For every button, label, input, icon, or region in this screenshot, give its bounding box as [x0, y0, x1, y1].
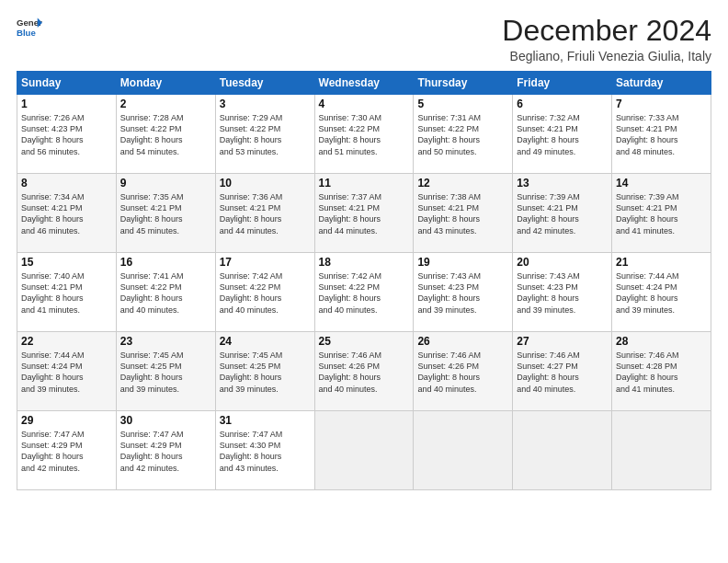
header: General Blue December 2024 Begliano, Fri…: [17, 15, 711, 63]
day-info: Sunrise: 7:40 AM Sunset: 4:21 PM Dayligh…: [21, 270, 112, 316]
table-row: 16Sunrise: 7:41 AM Sunset: 4:22 PM Dayli…: [116, 253, 215, 332]
location-subtitle: Begliano, Friuli Venezia Giulia, Italy: [502, 49, 711, 63]
day-number: 7: [616, 98, 707, 110]
day-number: 15: [21, 256, 112, 269]
day-number: 4: [319, 98, 410, 110]
day-info: Sunrise: 7:42 AM Sunset: 4:22 PM Dayligh…: [220, 270, 311, 316]
day-info: Sunrise: 7:32 AM Sunset: 4:21 PM Dayligh…: [517, 112, 608, 157]
table-row: 6Sunrise: 7:32 AM Sunset: 4:21 PM Daylig…: [513, 95, 612, 174]
table-row: 5Sunrise: 7:31 AM Sunset: 4:22 PM Daylig…: [414, 95, 513, 174]
table-row: 20Sunrise: 7:43 AM Sunset: 4:23 PM Dayli…: [513, 253, 612, 332]
day-number: 22: [21, 335, 112, 348]
day-number: 11: [319, 177, 410, 190]
day-info: Sunrise: 7:46 AM Sunset: 4:26 PM Dayligh…: [319, 350, 410, 395]
day-info: Sunrise: 7:47 AM Sunset: 4:29 PM Dayligh…: [120, 429, 211, 474]
col-sunday: Sunday: [17, 72, 117, 95]
day-info: Sunrise: 7:43 AM Sunset: 4:23 PM Dayligh…: [417, 270, 508, 316]
day-number: 16: [120, 256, 211, 269]
day-number: 30: [120, 414, 211, 427]
table-row: 1Sunrise: 7:26 AM Sunset: 4:23 PM Daylig…: [17, 95, 117, 174]
day-info: Sunrise: 7:28 AM Sunset: 4:22 PM Dayligh…: [120, 112, 211, 157]
calendar-page: General Blue December 2024 Begliano, Fri…: [0, 0, 728, 563]
table-row: 18Sunrise: 7:42 AM Sunset: 4:22 PM Dayli…: [314, 253, 414, 332]
day-number: 17: [220, 256, 311, 269]
day-number: 29: [21, 414, 112, 427]
logo: General Blue: [17, 15, 42, 40]
day-number: 27: [517, 335, 608, 348]
table-row: 7Sunrise: 7:33 AM Sunset: 4:21 PM Daylig…: [612, 95, 711, 174]
day-number: 28: [616, 335, 707, 348]
table-row: 3Sunrise: 7:29 AM Sunset: 4:22 PM Daylig…: [215, 95, 314, 174]
table-row: 25Sunrise: 7:46 AM Sunset: 4:26 PM Dayli…: [314, 332, 414, 411]
table-row: [513, 411, 612, 490]
day-info: Sunrise: 7:34 AM Sunset: 4:21 PM Dayligh…: [21, 191, 112, 236]
day-number: 13: [517, 177, 608, 190]
day-number: 2: [120, 98, 211, 110]
day-info: Sunrise: 7:46 AM Sunset: 4:26 PM Dayligh…: [417, 350, 508, 395]
logo-icon: General Blue: [17, 15, 42, 40]
day-number: 8: [21, 177, 112, 190]
day-number: 5: [417, 98, 508, 110]
col-monday: Monday: [116, 72, 215, 95]
table-row: 19Sunrise: 7:43 AM Sunset: 4:23 PM Dayli…: [414, 253, 513, 332]
col-thursday: Thursday: [414, 72, 513, 95]
day-info: Sunrise: 7:26 AM Sunset: 4:23 PM Dayligh…: [21, 112, 112, 157]
calendar-table: Sunday Monday Tuesday Wednesday Thursday…: [17, 71, 711, 490]
day-info: Sunrise: 7:46 AM Sunset: 4:27 PM Dayligh…: [517, 350, 608, 395]
day-info: Sunrise: 7:38 AM Sunset: 4:21 PM Dayligh…: [417, 191, 508, 236]
table-row: 17Sunrise: 7:42 AM Sunset: 4:22 PM Dayli…: [215, 253, 314, 332]
table-row: [314, 411, 414, 490]
day-info: Sunrise: 7:43 AM Sunset: 4:23 PM Dayligh…: [517, 270, 608, 316]
day-number: 3: [220, 98, 311, 110]
day-number: 18: [319, 256, 410, 269]
day-number: 31: [220, 414, 311, 427]
day-info: Sunrise: 7:31 AM Sunset: 4:22 PM Dayligh…: [417, 112, 508, 157]
day-number: 26: [417, 335, 508, 348]
month-title: December 2024: [502, 15, 711, 47]
table-row: 13Sunrise: 7:39 AM Sunset: 4:21 PM Dayli…: [513, 174, 612, 253]
day-info: Sunrise: 7:33 AM Sunset: 4:21 PM Dayligh…: [616, 112, 707, 157]
day-number: 10: [220, 177, 311, 190]
table-row: 26Sunrise: 7:46 AM Sunset: 4:26 PM Dayli…: [414, 332, 513, 411]
day-info: Sunrise: 7:37 AM Sunset: 4:21 PM Dayligh…: [319, 191, 410, 236]
day-info: Sunrise: 7:47 AM Sunset: 4:30 PM Dayligh…: [220, 429, 311, 474]
day-info: Sunrise: 7:36 AM Sunset: 4:21 PM Dayligh…: [220, 191, 311, 236]
day-number: 6: [517, 98, 608, 110]
day-info: Sunrise: 7:45 AM Sunset: 4:25 PM Dayligh…: [220, 350, 311, 395]
table-row: 28Sunrise: 7:46 AM Sunset: 4:28 PM Dayli…: [612, 332, 711, 411]
table-row: 2Sunrise: 7:28 AM Sunset: 4:22 PM Daylig…: [116, 95, 215, 174]
day-info: Sunrise: 7:30 AM Sunset: 4:22 PM Dayligh…: [319, 112, 410, 157]
day-info: Sunrise: 7:44 AM Sunset: 4:24 PM Dayligh…: [21, 350, 112, 395]
table-row: [612, 411, 711, 490]
day-number: 24: [220, 335, 311, 348]
table-row: 22Sunrise: 7:44 AM Sunset: 4:24 PM Dayli…: [17, 332, 117, 411]
table-row: 23Sunrise: 7:45 AM Sunset: 4:25 PM Dayli…: [116, 332, 215, 411]
col-saturday: Saturday: [612, 72, 711, 95]
day-info: Sunrise: 7:39 AM Sunset: 4:21 PM Dayligh…: [517, 191, 608, 236]
day-number: 9: [120, 177, 211, 190]
table-row: 27Sunrise: 7:46 AM Sunset: 4:27 PM Dayli…: [513, 332, 612, 411]
table-row: 9Sunrise: 7:35 AM Sunset: 4:21 PM Daylig…: [116, 174, 215, 253]
table-row: 8Sunrise: 7:34 AM Sunset: 4:21 PM Daylig…: [17, 174, 117, 253]
table-row: 31Sunrise: 7:47 AM Sunset: 4:30 PM Dayli…: [215, 411, 314, 490]
day-number: 1: [21, 98, 112, 110]
day-number: 21: [616, 256, 707, 269]
day-number: 14: [616, 177, 707, 190]
day-number: 25: [319, 335, 410, 348]
table-row: 15Sunrise: 7:40 AM Sunset: 4:21 PM Dayli…: [17, 253, 117, 332]
day-info: Sunrise: 7:29 AM Sunset: 4:22 PM Dayligh…: [220, 112, 311, 157]
day-number: 23: [120, 335, 211, 348]
col-friday: Friday: [513, 72, 612, 95]
table-row: 12Sunrise: 7:38 AM Sunset: 4:21 PM Dayli…: [414, 174, 513, 253]
day-info: Sunrise: 7:35 AM Sunset: 4:21 PM Dayligh…: [120, 191, 211, 236]
title-block: December 2024 Begliano, Friuli Venezia G…: [502, 15, 711, 63]
day-info: Sunrise: 7:42 AM Sunset: 4:22 PM Dayligh…: [319, 270, 410, 316]
table-row: [414, 411, 513, 490]
table-row: 21Sunrise: 7:44 AM Sunset: 4:24 PM Dayli…: [612, 253, 711, 332]
table-row: 30Sunrise: 7:47 AM Sunset: 4:29 PM Dayli…: [116, 411, 215, 490]
table-row: 29Sunrise: 7:47 AM Sunset: 4:29 PM Dayli…: [17, 411, 117, 490]
col-tuesday: Tuesday: [215, 72, 314, 95]
day-info: Sunrise: 7:46 AM Sunset: 4:28 PM Dayligh…: [616, 350, 707, 395]
day-info: Sunrise: 7:47 AM Sunset: 4:29 PM Dayligh…: [21, 429, 112, 474]
col-wednesday: Wednesday: [314, 72, 414, 95]
